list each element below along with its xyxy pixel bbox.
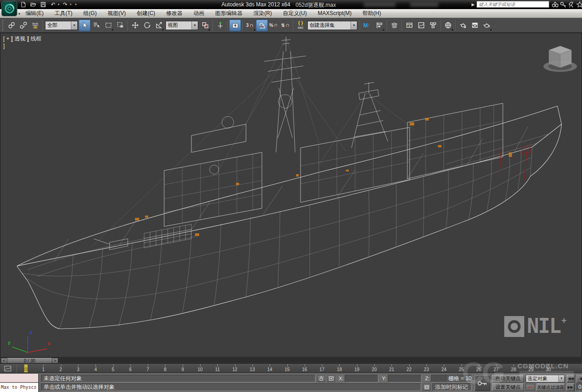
search-binoculars-icon[interactable]	[552, 1, 559, 8]
axis-x-label: x	[48, 341, 50, 346]
layer-manager-button[interactable]	[388, 20, 400, 31]
snaps-toggle-3d-button[interactable]: 3	[244, 20, 256, 31]
named-selection-sets-dropdown[interactable]: 创建选择集 ▼	[307, 21, 357, 30]
percent-snap-toggle-button[interactable]: %	[268, 20, 280, 31]
track-bar[interactable]: 0123456789101112131415161718192021222324…	[0, 364, 582, 373]
key-filter-scope-dropdown[interactable]: 选定对象 ▼	[526, 375, 565, 382]
select-and-move-button[interactable]	[129, 20, 141, 31]
go-to-start-button[interactable]: ◀◀	[567, 375, 575, 382]
qat-customize-icon[interactable]: ▾	[75, 3, 77, 6]
graphite-ribbon-toggle-button[interactable]	[403, 20, 415, 31]
new-file-icon[interactable]	[19, 1, 27, 8]
select-and-rotate-button[interactable]	[141, 20, 153, 31]
rectangular-selection-region-button[interactable]	[102, 20, 114, 31]
menu-item-10[interactable]: MAXScript(M)	[312, 9, 357, 18]
bind-to-space-warp-button[interactable]	[29, 20, 41, 31]
key-signin-icon[interactable]	[560, 1, 567, 8]
undo-icon[interactable]: ↶	[49, 1, 57, 8]
window-crossing-toggle-button[interactable]	[114, 20, 126, 31]
menu-item-7[interactable]: 图形编辑器	[210, 9, 248, 18]
redo-icon[interactable]: ↷	[61, 1, 70, 8]
save-file-icon[interactable]	[39, 1, 47, 8]
application-menu-dropdown-icon[interactable]: ▼	[18, 12, 21, 15]
menu-item-4[interactable]: 创建(C)	[131, 9, 161, 18]
set-keys-button[interactable]	[475, 375, 490, 391]
material-editor-button[interactable]	[442, 20, 454, 31]
spinner-snap-toggle-button[interactable]: ⇅	[280, 20, 291, 31]
time-display[interactable]: 0 / 30	[7, 358, 52, 363]
toolbar-separator	[386, 20, 387, 31]
select-and-manipulate-button[interactable]	[214, 20, 226, 31]
curve-editor-button[interactable]	[415, 20, 427, 31]
selection-filter-dropdown[interactable]: 全部 ▼	[45, 21, 78, 30]
wireframe-ship-model[interactable]	[0, 33, 582, 357]
add-time-tag-field[interactable]: 添加时间标记	[432, 383, 472, 391]
rendered-frame-window-button[interactable]	[469, 20, 481, 31]
x-coordinate-field[interactable]	[345, 375, 378, 382]
redo-dropdown-icon[interactable]: ▾	[70, 3, 72, 6]
edit-named-selection-sets-button[interactable]: { } ABC	[295, 20, 306, 31]
menu-item-6[interactable]: 动画	[188, 9, 210, 18]
new-key-tangent-button[interactable]	[526, 384, 535, 391]
render-production-button[interactable]	[481, 20, 492, 31]
menu-item-2[interactable]: 组(G)	[78, 9, 102, 18]
maxscript-mini-listener[interactable]: Max to Physcs (	[0, 374, 39, 392]
favorites-star-icon[interactable]	[576, 1, 582, 8]
menu-item-8[interactable]: 渲染(R)	[248, 9, 277, 18]
go-to-end-button[interactable]: ▶▶	[567, 383, 575, 391]
listener-pane[interactable]: Max to Physcs (	[0, 383, 38, 392]
toolbar-grip[interactable]	[2, 20, 4, 31]
select-object-button[interactable]	[79, 20, 90, 31]
menu-item-5[interactable]: 修改器	[161, 9, 188, 18]
viewcube[interactable]	[540, 42, 581, 74]
frame-label: 7	[146, 367, 149, 372]
time-slider-channel[interactable]	[0, 358, 582, 363]
infocenter-flyout-icon[interactable]: ▶	[472, 2, 475, 7]
perspective-viewport[interactable]: [ + ][ 透视 ][ 线框 ]	[0, 33, 582, 357]
key-filters-button[interactable]: 关键点过滤器...	[537, 383, 565, 391]
time-slider-handle[interactable]: < 0 / 30 >	[1, 358, 58, 363]
communication-center-icon[interactable]	[568, 1, 575, 8]
undo-dropdown-icon[interactable]: ▾	[58, 3, 60, 6]
mirror-button[interactable]: M	[361, 20, 373, 31]
viewport-menu-pov[interactable]: [ 透视 ]	[11, 35, 28, 42]
previous-frame-button[interactable]: <	[1, 358, 7, 363]
mini-curve-editor-button[interactable]	[1, 365, 15, 372]
auto-key-button[interactable]: 自动关键点	[492, 375, 524, 382]
next-frame-button[interactable]: >	[52, 358, 58, 363]
select-by-name-button[interactable]	[90, 20, 102, 31]
select-and-scale-button[interactable]	[153, 20, 165, 31]
keyboard-shortcut-override-button[interactable]	[229, 20, 241, 31]
previous-key-button[interactable]: ◀	[577, 375, 582, 382]
menu-item-3[interactable]: 视图(V)	[102, 9, 131, 18]
align-button[interactable]	[373, 20, 385, 31]
current-frame-field[interactable]: 0	[577, 383, 582, 391]
angle-snap-toggle-button[interactable]	[256, 20, 268, 31]
menu-item-11[interactable]: 帮助(H)	[357, 9, 386, 18]
time-slider[interactable]: < 0 / 30 >	[0, 357, 582, 364]
y-coordinate-field[interactable]	[388, 375, 421, 382]
use-pivot-point-center-button[interactable]	[199, 20, 211, 31]
select-and-link-button[interactable]	[5, 20, 17, 31]
frame-label: 8	[164, 367, 167, 372]
reference-coordinate-dropdown[interactable]: 视图 ▼	[166, 21, 198, 30]
toolbar-separator	[293, 20, 293, 31]
selection-lock-toggle[interactable]	[317, 375, 325, 382]
schematic-view-button[interactable]	[427, 20, 439, 31]
unlink-selection-button[interactable]	[17, 20, 29, 31]
menu-item-0[interactable]: 编辑(E)	[20, 9, 49, 18]
frame-tick	[462, 364, 462, 367]
search-input[interactable]	[477, 1, 549, 8]
axis-z-label: z	[30, 330, 32, 335]
menu-item-1[interactable]: 工具(T)	[49, 9, 78, 18]
application-menu-button[interactable]	[1, 1, 17, 16]
render-setup-button[interactable]	[457, 20, 469, 31]
time-tag-window-icon[interactable]	[423, 384, 431, 391]
toolbar-separator	[127, 20, 128, 31]
frame-tick	[183, 364, 183, 367]
set-key-button[interactable]: 设置关键点	[492, 383, 524, 391]
absolute-offset-mode-toggle[interactable]	[327, 375, 335, 382]
open-file-icon[interactable]	[29, 1, 37, 8]
macro-recorder-pane[interactable]	[0, 374, 38, 382]
menu-item-9[interactable]: 自定义(U)	[277, 9, 312, 18]
